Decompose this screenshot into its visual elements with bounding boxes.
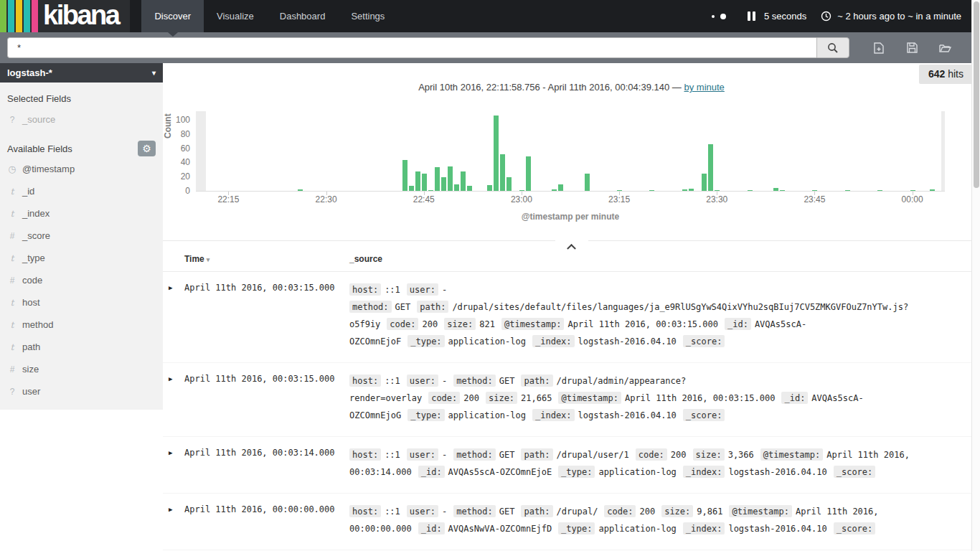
histogram-bar[interactable] <box>649 190 654 191</box>
field-chip: host: <box>349 505 381 517</box>
histogram-bar[interactable] <box>298 189 303 191</box>
y-tick-label: 0 <box>169 186 190 196</box>
nav-tabs: DiscoverVisualizeDashboardSettings <box>141 0 397 32</box>
field-pair: size:3,366 <box>693 450 754 460</box>
kibana-logo[interactable]: kibana <box>0 0 130 32</box>
histogram-bar[interactable] <box>494 116 499 191</box>
histogram-bar[interactable] <box>409 186 414 191</box>
histogram-bar[interactable] <box>812 190 817 191</box>
y-tick-label: 60 <box>169 143 190 154</box>
histogram-bar[interactable] <box>467 186 472 191</box>
field-item-size[interactable]: #size <box>0 358 163 380</box>
search-button[interactable] <box>816 37 849 58</box>
field-name: _source <box>22 114 55 125</box>
number-icon: # <box>7 276 17 286</box>
histogram-bar[interactable] <box>715 190 720 191</box>
field-item-path[interactable]: tpath <box>0 336 163 358</box>
field-pair: method:GET <box>453 507 514 517</box>
chevron-up-icon <box>567 243 576 253</box>
field-item-timestamp[interactable]: ◷@timestamp <box>0 158 163 180</box>
field-pair: _index:logstash-2016.04.10 <box>532 336 677 347</box>
field-pair: host:::1 <box>349 285 400 295</box>
nav-right-controls: 5 seconds ~ 2 hours ago to ~ in a minute <box>712 0 980 32</box>
tab-dashboard[interactable]: Dashboard <box>267 0 339 32</box>
field-pair: _type:application-log <box>558 467 677 477</box>
histogram-bar[interactable] <box>617 190 622 191</box>
histogram-bar[interactable] <box>500 154 505 191</box>
refresh-interval-button[interactable]: 5 seconds <box>764 11 806 22</box>
vertical-scrollbar[interactable] <box>971 0 980 551</box>
open-search-button[interactable] <box>928 43 961 53</box>
histogram-bar[interactable] <box>748 190 753 191</box>
field-item-code[interactable]: #code <box>0 269 163 291</box>
histogram-bar[interactable] <box>930 189 935 191</box>
expand-row-arrow[interactable]: ▶ <box>169 446 184 481</box>
histogram-bar[interactable] <box>552 189 557 191</box>
save-search-button[interactable] <box>895 42 928 53</box>
histogram-bar[interactable] <box>428 190 433 191</box>
field-item-method[interactable]: tmethod <box>0 314 163 336</box>
field-name: path <box>22 342 40 352</box>
field-item-_id[interactable]: t_id <box>0 180 163 202</box>
histogram-bar[interactable] <box>507 177 512 191</box>
field-item-_source[interactable]: ?_source <box>0 108 163 131</box>
field-chip: path: <box>417 301 448 313</box>
field-chip: host: <box>349 448 381 461</box>
field-item-_type[interactable]: t_type <box>0 247 163 269</box>
field-item-_index[interactable]: t_index <box>0 202 163 225</box>
histogram-bar[interactable] <box>558 184 563 191</box>
histogram-bar[interactable] <box>689 189 694 191</box>
logo-stripe <box>0 0 6 32</box>
histogram-bar[interactable] <box>402 160 407 191</box>
tab-settings[interactable]: Settings <box>338 0 397 32</box>
expand-row-arrow[interactable]: ▶ <box>169 503 184 537</box>
histogram-bar[interactable] <box>448 166 453 191</box>
histogram-bar[interactable] <box>780 190 785 191</box>
histogram-bar[interactable] <box>435 167 440 191</box>
histogram-bar[interactable] <box>454 184 459 191</box>
search-input[interactable] <box>7 37 816 58</box>
field-pair: size:21,665 <box>486 393 552 403</box>
histogram-bar[interactable] <box>708 144 713 191</box>
new-search-button[interactable] <box>862 42 895 54</box>
histogram-bar[interactable] <box>585 174 590 191</box>
histogram-bar[interactable] <box>682 189 687 191</box>
string-icon: t <box>7 253 17 263</box>
histogram-bar[interactable] <box>415 171 420 192</box>
expand-row-arrow[interactable]: ▶ <box>169 372 184 424</box>
histogram-bar[interactable] <box>526 156 531 191</box>
field-item-_score[interactable]: #_score <box>0 225 163 247</box>
interval-link[interactable]: by minute <box>684 82 724 93</box>
field-chip: method: <box>453 448 496 461</box>
table-row: ▶April 11th 2016, 00:03:15.000host:::1us… <box>163 272 980 362</box>
index-pattern-selector[interactable]: logstash-* ▾ <box>0 63 163 83</box>
histogram-bar[interactable] <box>877 190 882 191</box>
histogram-bar[interactable] <box>422 174 427 191</box>
search-toolbar <box>0 32 980 63</box>
histogram-plot <box>196 111 945 192</box>
collapse-chart-button[interactable] <box>555 240 588 253</box>
field-item-user[interactable]: ?user <box>0 380 163 402</box>
tab-discover[interactable]: Discover <box>141 0 204 32</box>
x-tick-label: 23:45 <box>804 194 825 204</box>
y-tick-label: 40 <box>169 157 190 167</box>
tab-visualize[interactable]: Visualize <box>204 0 267 32</box>
histogram-bar[interactable] <box>702 174 707 191</box>
time-column-header[interactable]: Time▾ <box>184 254 349 264</box>
scrollbar-thumb[interactable] <box>974 1 979 188</box>
histogram-bar[interactable] <box>519 190 524 191</box>
expand-row-arrow[interactable]: ▶ <box>169 281 184 350</box>
field-chip: path: <box>521 505 552 517</box>
field-pair: code:200 <box>636 450 687 460</box>
field-item-host[interactable]: thost <box>0 291 163 314</box>
field-settings-button[interactable]: ⚙ <box>138 141 156 156</box>
pause-refresh-icon[interactable] <box>748 11 755 21</box>
histogram-bar[interactable] <box>461 171 466 192</box>
collapse-sidebar-chevron[interactable]: ‹ <box>159 66 163 79</box>
histogram-bar[interactable] <box>845 190 850 191</box>
time-range-button[interactable]: ~ 2 hours ago to ~ in a minute <box>837 11 961 22</box>
histogram-bar[interactable] <box>910 190 915 191</box>
histogram-bar[interactable] <box>441 177 446 191</box>
histogram-bar[interactable] <box>487 185 492 191</box>
histogram-bar[interactable] <box>773 188 778 191</box>
